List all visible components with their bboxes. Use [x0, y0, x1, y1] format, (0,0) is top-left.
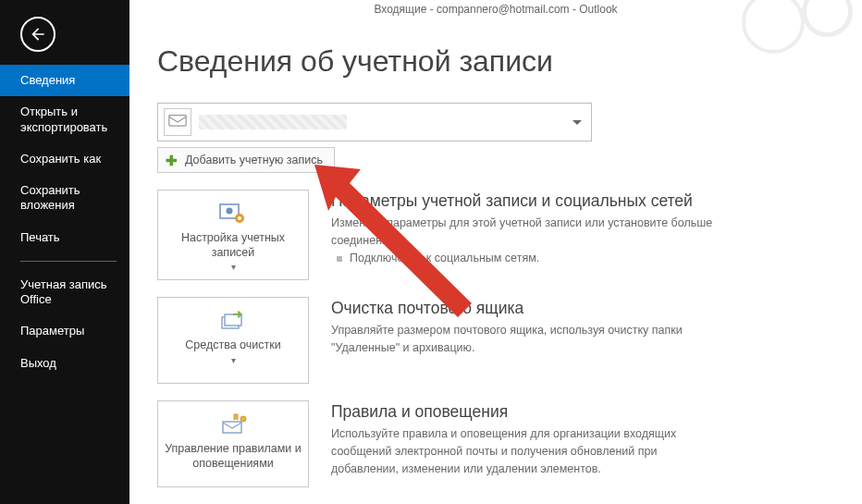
plus-icon: ✚	[166, 154, 178, 167]
sidebar-item-options[interactable]: Параметры	[0, 315, 129, 347]
tile-account-settings[interactable]: Настройка учетных записей ▾	[157, 190, 309, 280]
sidebar-item-office[interactable]: Учетная запись Office	[0, 269, 129, 316]
svg-point-4	[238, 216, 241, 220]
svg-rect-0	[169, 116, 186, 127]
page-heading: Сведения об учетной записи	[157, 44, 844, 79]
tile-account-settings-label: Настройка учетных записей	[164, 231, 302, 260]
chevron-down-icon	[573, 120, 582, 125]
section-cleanup-title: Очистка почтового ящика	[331, 299, 720, 318]
sidebar-separator	[20, 261, 117, 262]
account-settings-icon	[217, 200, 249, 227]
section-rules-title: Правила и оповещения	[331, 402, 720, 422]
tile-rules-label: Управление правилами и оповещениями	[164, 442, 302, 471]
svg-point-8	[240, 416, 246, 422]
tile-cleanup-tools[interactable]: Средства очистки ▾	[157, 297, 309, 384]
tile-account-settings-chevron: ▾	[231, 262, 236, 272]
section-rules-desc: Используйте правила и оповещения для орг…	[331, 425, 720, 477]
cleanup-icon	[217, 307, 249, 335]
account-selector[interactable]	[157, 103, 592, 141]
sidebar-item-open[interactable]: Открыть и экспортировать	[0, 96, 129, 143]
sidebar-item-exit[interactable]: Выход	[0, 348, 129, 379]
svg-point-2	[227, 208, 233, 215]
window-title: Входящие - compannero@hotmail.com - Outl…	[129, 0, 862, 20]
section-settings-title: Параметры учетной записи и социальных се…	[331, 191, 720, 211]
add-account-button[interactable]: ✚ Добавить учетную запись	[157, 147, 335, 173]
section-settings-desc: Измените параметры для этой учетной запи…	[331, 215, 720, 250]
sidebar-item-saveatt[interactable]: Сохранить вложения	[0, 175, 129, 222]
sidebar-item-saveas[interactable]: Сохранить как	[0, 143, 129, 175]
section-cleanup-desc: Управляйте размером почтового ящика, исп…	[331, 322, 720, 357]
tile-cleanup-label: Средства очистки	[185, 338, 280, 353]
arrow-left-icon	[29, 25, 47, 43]
tile-cleanup-chevron: ▾	[231, 355, 236, 365]
back-button[interactable]	[20, 17, 55, 52]
main-pane: Сведения об учетной записи ✚ Добавить уч…	[157, 44, 844, 504]
sidebar-item-info[interactable]: Сведения	[0, 65, 129, 96]
tile-rules-alerts[interactable]: Управление правилами и оповещениями	[157, 400, 309, 487]
rules-icon	[217, 411, 249, 438]
account-icon	[164, 108, 191, 136]
account-current-label	[199, 115, 347, 129]
svg-rect-7	[223, 422, 241, 433]
add-account-label: Добавить учетную запись	[185, 154, 323, 166]
section-settings-sub: Подключение к социальным сетям.	[331, 252, 720, 264]
file-sidebar: Сведения Открыть и экспортировать Сохран…	[0, 0, 129, 504]
sidebar-item-print[interactable]: Печать	[0, 222, 129, 253]
